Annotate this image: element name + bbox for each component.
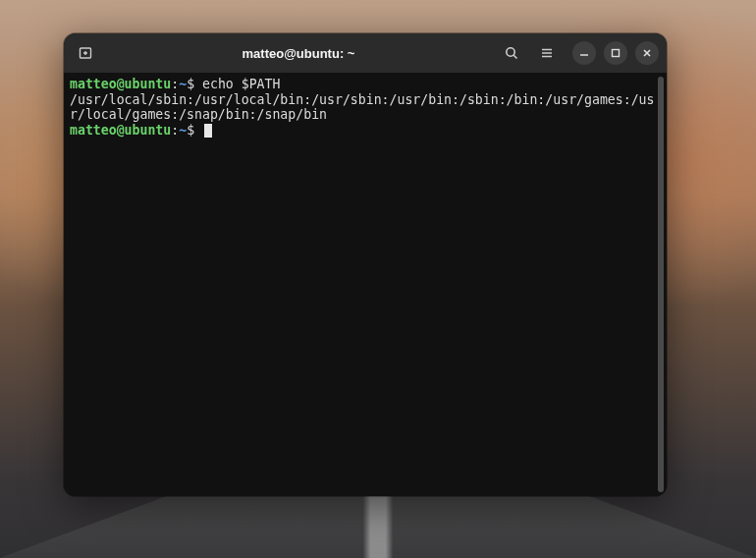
svg-point-3 (507, 48, 514, 56)
prompt-sigil: $ (187, 77, 202, 91)
terminal-output-area[interactable]: matteo@ubuntu:~$ echo $PATH /usr/local/s… (70, 77, 657, 492)
close-button[interactable] (635, 41, 659, 65)
prompt-user-host: matteo@ubuntu (70, 77, 171, 91)
prompt-sigil-2: $ (187, 123, 202, 138)
new-tab-button[interactable] (72, 39, 99, 67)
cursor (204, 124, 212, 138)
terminal-body[interactable]: matteo@ubuntu:~$ echo $PATH /usr/local/s… (64, 73, 667, 496)
scrollbar[interactable] (657, 77, 665, 492)
maximize-button[interactable] (604, 41, 627, 65)
prompt-sep: : (171, 77, 179, 91)
svg-line-4 (513, 55, 516, 58)
menu-button[interactable] (533, 39, 561, 67)
search-button[interactable] (498, 39, 525, 67)
minimize-button[interactable] (572, 41, 596, 65)
prompt-sep-2: : (171, 123, 179, 138)
titlebar: matteo@ubuntu: ~ (64, 33, 667, 73)
prompt-path: ~ (179, 77, 187, 91)
command-text: echo $PATH (202, 77, 280, 91)
command-output: /usr/local/sbin:/usr/local/bin:/usr/sbin… (70, 92, 654, 123)
prompt-path-2: ~ (179, 123, 187, 138)
window-title: matteo@ubuntu: ~ (103, 46, 494, 61)
svg-rect-9 (613, 50, 620, 57)
scrollbar-thumb[interactable] (658, 77, 664, 492)
terminal-window: matteo@ubuntu: ~ (64, 33, 667, 496)
prompt-user-host-2: matteo@ubuntu (70, 123, 171, 138)
